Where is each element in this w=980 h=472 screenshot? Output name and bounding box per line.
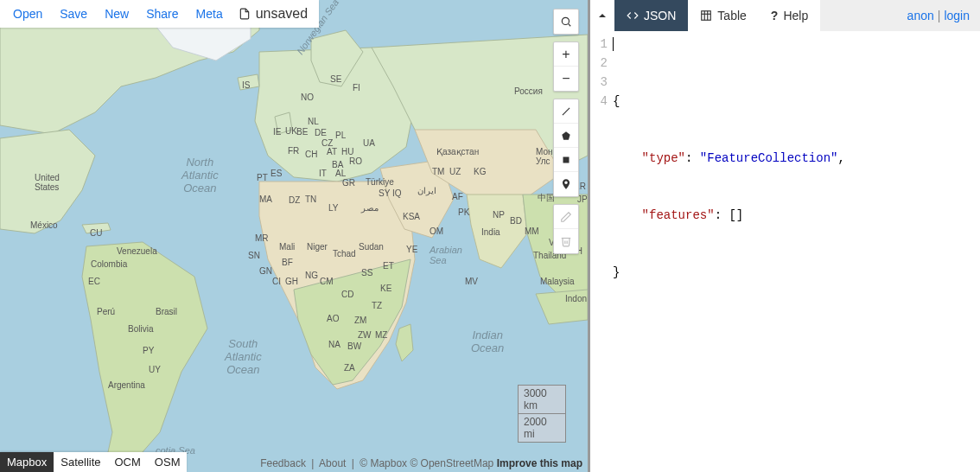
account-login[interactable]: login bbox=[944, 9, 970, 22]
attr-improve[interactable]: Improve this map bbox=[497, 457, 582, 469]
code-token: "features" bbox=[642, 208, 715, 222]
zoom-in-button[interactable]: + bbox=[554, 42, 578, 67]
tab-table-label: Table bbox=[717, 9, 746, 22]
code-token: } bbox=[613, 265, 620, 279]
search-icon bbox=[560, 16, 572, 28]
edit-button bbox=[554, 205, 578, 229]
tab-bar: JSON Table ? Help anon | login bbox=[590, 0, 980, 31]
rectangle-icon bbox=[560, 154, 572, 166]
file-menu: Open Save New Share Meta unsaved bbox=[0, 0, 319, 28]
table-icon bbox=[700, 10, 712, 22]
menu-share[interactable]: Share bbox=[137, 7, 187, 21]
line-number: 3 bbox=[590, 73, 608, 92]
help-icon: ? bbox=[771, 9, 779, 22]
doc-status: unsaved bbox=[232, 6, 315, 22]
code-token: [] bbox=[729, 208, 743, 222]
draw-rectangle-button[interactable] bbox=[554, 148, 578, 172]
scale-bar: 3000 km 2000 mi bbox=[518, 385, 566, 443]
draw-line-button[interactable] bbox=[554, 99, 578, 124]
svg-point-1 bbox=[562, 17, 569, 24]
attribution: Feedback | About | © Mapbox © OpenStreet… bbox=[260, 455, 582, 472]
file-icon bbox=[239, 8, 251, 20]
code-token: , bbox=[837, 151, 844, 165]
collapse-panel-button[interactable] bbox=[590, 0, 614, 31]
edit-icon bbox=[560, 211, 572, 223]
tab-json-label: JSON bbox=[644, 9, 676, 22]
search-button[interactable] bbox=[554, 10, 578, 34]
zoom-out-button[interactable]: − bbox=[554, 67, 578, 91]
layer-satellite[interactable]: Satellite bbox=[54, 452, 107, 472]
line-gutter: 1 2 3 4 bbox=[590, 35, 613, 472]
map-pane[interactable]: North Atlantic Ocean South Atlantic Ocea… bbox=[0, 0, 588, 472]
code-token: : bbox=[685, 151, 700, 165]
layer-ocm[interactable]: OCM bbox=[108, 452, 148, 472]
tab-json[interactable]: JSON bbox=[614, 0, 688, 31]
svg-marker-4 bbox=[562, 131, 570, 139]
text-cursor bbox=[613, 37, 614, 51]
doc-status-label: unsaved bbox=[256, 6, 309, 22]
svg-line-3 bbox=[563, 107, 570, 114]
polygon-icon bbox=[560, 130, 572, 142]
editor-pane: JSON Table ? Help anon | login 1 2 3 4 { bbox=[588, 0, 980, 472]
scale-imperial: 2000 mi bbox=[518, 413, 566, 443]
svg-line-2 bbox=[569, 24, 571, 27]
delete-button bbox=[554, 229, 578, 253]
code-icon bbox=[627, 10, 639, 22]
attr-feedback[interactable]: Feedback bbox=[260, 457, 306, 469]
tab-table[interactable]: Table bbox=[688, 0, 758, 31]
code-token: : bbox=[715, 208, 729, 222]
scale-metric: 3000 km bbox=[518, 385, 566, 413]
svg-marker-6 bbox=[599, 14, 606, 17]
code-token: "FeatureCollection" bbox=[700, 151, 838, 165]
code-editor[interactable]: 1 2 3 4 { "type": "FeatureCollection", "… bbox=[590, 31, 980, 472]
line-number: 4 bbox=[590, 92, 608, 111]
code-token: "type" bbox=[642, 151, 685, 165]
caret-up-icon bbox=[597, 10, 608, 21]
map-controls: + − bbox=[553, 9, 579, 254]
marker-icon bbox=[560, 178, 572, 190]
menu-open[interactable]: Open bbox=[4, 7, 51, 21]
code-token bbox=[613, 208, 642, 222]
account-anon[interactable]: anon bbox=[907, 9, 934, 22]
line-number: 1 bbox=[590, 35, 608, 54]
map-canvas[interactable] bbox=[0, 0, 588, 472]
layer-osm[interactable]: OSM bbox=[148, 452, 188, 472]
draw-marker-button[interactable] bbox=[554, 172, 578, 196]
line-icon bbox=[560, 105, 572, 118]
attr-copyright: © Mapbox © OpenStreetMap bbox=[360, 457, 493, 469]
code-content[interactable]: { "type": "FeatureCollection", "features… bbox=[613, 35, 980, 472]
layer-mapbox[interactable]: Mapbox bbox=[0, 452, 54, 472]
menu-meta[interactable]: Meta bbox=[188, 7, 232, 21]
code-token bbox=[613, 151, 642, 165]
account-area: anon | login bbox=[897, 0, 980, 31]
tab-help[interactable]: ? Help bbox=[759, 0, 820, 31]
draw-polygon-button[interactable] bbox=[554, 124, 578, 148]
trash-icon bbox=[560, 235, 572, 247]
code-token: { bbox=[613, 94, 620, 108]
layer-switcher: Mapbox Satellite OCM OSM bbox=[0, 452, 187, 472]
attr-about[interactable]: About bbox=[319, 457, 346, 469]
menu-new[interactable]: New bbox=[96, 7, 137, 21]
tab-help-label: Help bbox=[783, 9, 808, 22]
line-number: 2 bbox=[590, 54, 608, 73]
svg-rect-7 bbox=[702, 11, 711, 21]
svg-rect-5 bbox=[563, 156, 570, 163]
menu-save[interactable]: Save bbox=[51, 7, 96, 21]
